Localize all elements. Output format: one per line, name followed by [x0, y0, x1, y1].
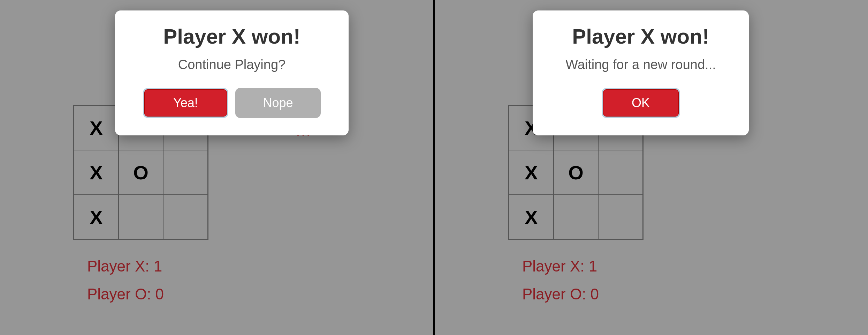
scores-right: Player X: 1 Player O: 0 — [522, 258, 644, 303]
modal-continue: Player X won! Continue Playing? Yea! Nop… — [115, 10, 349, 135]
cell-1-2[interactable] — [598, 150, 643, 195]
cell-2-2[interactable] — [163, 195, 208, 239]
cell-2-0[interactable]: X — [509, 195, 554, 239]
ok-button[interactable]: OK — [602, 88, 680, 118]
no-button[interactable]: Nope — [235, 88, 321, 118]
modal-subtitle: Continue Playing? — [132, 57, 331, 72]
game-area-right: X X O X Player X: 1 Player O: 0 — [508, 105, 644, 313]
cell-1-0[interactable]: X — [509, 150, 554, 195]
cell-2-1[interactable] — [119, 195, 163, 239]
cell-2-2[interactable] — [598, 195, 643, 239]
right-panel: X X O X Player X: 1 Player O: 0 Player X… — [435, 0, 868, 335]
left-panel: rn X X O X Player X: 1 Player O: 0 Playe… — [0, 0, 433, 335]
cell-1-0[interactable]: X — [74, 150, 119, 195]
modal-subtitle: Waiting for a new round... — [550, 57, 731, 72]
score-x: Player X: 1 — [87, 258, 208, 275]
game-area-left: rn X X O X Player X: 1 Player O: 0 — [73, 105, 208, 313]
cell-1-1[interactable]: O — [554, 150, 598, 195]
scores-left: Player X: 1 Player O: 0 — [87, 258, 208, 303]
cell-2-0[interactable]: X — [74, 195, 119, 239]
cell-2-1[interactable] — [554, 195, 598, 239]
score-o: Player O: 0 — [87, 285, 208, 303]
modal-button-row: Yea! Nope — [132, 88, 331, 118]
yes-button[interactable]: Yea! — [143, 88, 228, 118]
cell-1-2[interactable] — [163, 150, 208, 195]
cell-1-1[interactable]: O — [119, 150, 163, 195]
score-o: Player O: 0 — [522, 285, 644, 303]
modal-title: Player X won! — [550, 24, 731, 49]
modal-waiting: Player X won! Waiting for a new round...… — [533, 10, 749, 135]
modal-title: Player X won! — [132, 24, 331, 49]
cell-0-0[interactable]: X — [74, 105, 119, 150]
score-x: Player X: 1 — [522, 258, 644, 275]
modal-button-row: OK — [550, 88, 731, 118]
